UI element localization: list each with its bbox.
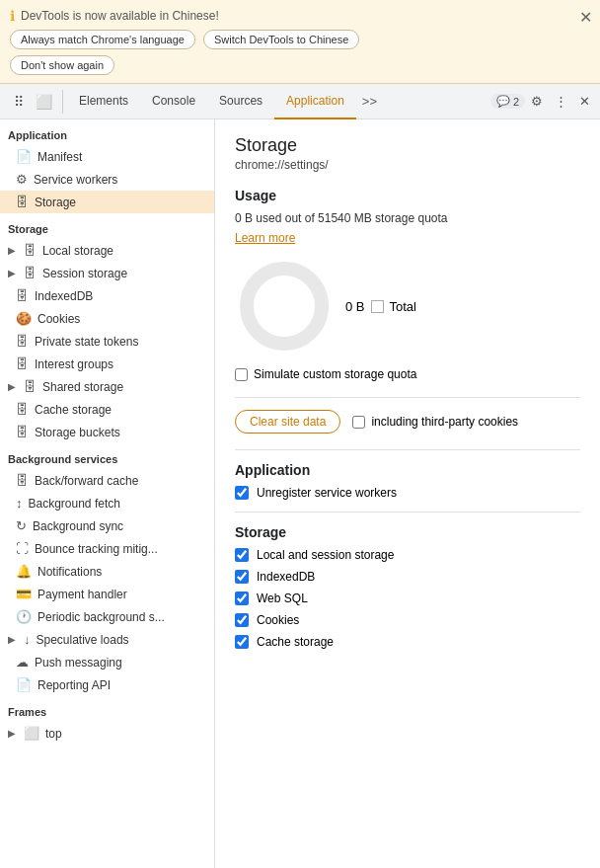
switch-language-button[interactable]: Switch DevTools to Chinese [203,30,359,49]
arrow-icon: ▶ [8,245,18,256]
badge-count: 2 [513,96,519,108]
checklist-item-label: Cache storage [257,635,334,649]
sidebar-item-indexeddb[interactable]: 🗄 IndexedDB [0,284,214,307]
frame-icon: ⬜ [24,726,39,741]
private-state-icon: 🗄 [16,334,29,349]
notification-buttons: Always match Chrome's language Switch De… [10,30,590,49]
tab-elements[interactable]: Elements [67,84,140,119]
storage-total-checkbox [371,300,384,313]
sidebar-item-reporting-api[interactable]: 📄 Reporting API [0,673,214,696]
match-language-button[interactable]: Always match Chrome's language [10,30,195,49]
sidebar-item-label: Service workers [34,173,117,187]
sidebar-item-interest-groups[interactable]: 🗄 Interest groups [0,353,214,375]
tab-sources[interactable]: Sources [207,84,274,119]
unregister-service-workers-checkbox[interactable] [235,486,249,500]
sidebar-item-push-messaging[interactable]: ☁ Push messaging [0,651,214,673]
tab-console[interactable]: Console [140,84,207,119]
divider-1 [235,397,580,398]
include-third-party-label: including third-party cookies [352,415,518,429]
shared-storage-icon: 🗄 [24,379,37,394]
checklist-item-label: Unregister service workers [257,486,397,500]
more-options-button[interactable]: ⋮ [549,90,573,113]
sidebar-item-label: Back/forward cache [35,474,138,488]
inspector-icon-button[interactable]: ⠿ [10,90,28,114]
cache-storage-checkbox[interactable] [235,635,249,649]
device-icon-button[interactable]: ⬜ [32,90,56,114]
sidebar-item-speculative-loads[interactable]: ▶ ↓ Speculative loads [0,628,214,651]
sidebar-item-label: Storage buckets [35,426,120,439]
sidebar-item-notifications[interactable]: 🔔 Notifications [0,560,214,583]
page-title: Storage [235,135,580,156]
storage-buckets-icon: 🗄 [16,425,29,439]
payment-handler-icon: 💳 [16,587,32,601]
sidebar-item-background-sync[interactable]: ↻ Background sync [0,514,214,537]
background-sync-icon: ↻ [16,518,27,533]
sidebar-item-session-storage[interactable]: ▶ 🗄 Session storage [0,262,214,284]
storage-checklist-item-1: IndexedDB [235,570,580,584]
speculative-loads-icon: ↓ [24,632,31,647]
simulate-checkbox[interactable] [235,368,248,381]
content-area: Storage chrome://settings/ Usage 0 B use… [215,119,600,868]
sidebar-item-top-frame[interactable]: ▶ ⬜ top [0,722,214,745]
tab-icon-group: ⠿ ⬜ [4,90,63,114]
sidebar-item-cookies[interactable]: 🍪 Cookies [0,307,214,330]
storage-total-info: 0 B Total [345,299,416,314]
sidebar-item-bounce-tracking[interactable]: ⛶ Bounce tracking mitig... [0,537,214,560]
cache-storage-icon: 🗄 [16,402,29,417]
cookies-checkbox[interactable] [235,613,249,627]
back-forward-icon: 🗄 [16,473,29,488]
periodic-bg-icon: 🕐 [16,609,32,624]
sidebar-item-local-storage[interactable]: ▶ 🗄 Local storage [0,239,214,262]
sidebar-item-background-fetch[interactable]: ↕ Background fetch [0,492,214,514]
local-storage-icon: 🗄 [24,243,37,258]
web-sql-checkbox[interactable] [235,592,249,605]
sidebar-item-private-state-tokens[interactable]: 🗄 Private state tokens [0,330,214,353]
usage-section-header: Usage [235,188,580,203]
app-checklist-item-0: Unregister service workers [235,486,580,500]
interest-groups-icon: 🗄 [16,356,29,371]
indexeddb-checkbox[interactable] [235,570,249,584]
learn-more-link[interactable]: Learn more [235,231,295,245]
sidebar-item-storage[interactable]: 🗄 Storage [0,191,214,213]
storage-section-header: Storage [235,524,580,540]
chart-area: 0 B Total [235,257,580,355]
sidebar-item-label: IndexedDB [35,289,93,303]
application-section-label: Application [0,119,214,145]
sidebar-item-label: Storage [35,196,76,209]
settings-button[interactable]: ⚙ [525,90,549,113]
sidebar-item-cache-storage[interactable]: 🗄 Cache storage [0,398,214,421]
overflow-tabs-button[interactable]: >> [356,90,383,113]
divider-3 [235,512,580,513]
donut-chart [235,257,334,355]
tab-bar: ⠿ ⬜ Elements Console Sources Application… [0,84,600,119]
notification-title: ℹ DevTools is now available in Chinese! [10,8,590,24]
third-party-checkbox[interactable] [352,416,365,429]
sidebar-item-label: Background fetch [29,497,120,511]
storage-value-row: 0 B Total [345,299,416,314]
sidebar-item-service-workers[interactable]: ⚙ Service workers [0,168,214,191]
sidebar: Application 📄 Manifest ⚙ Service workers… [0,119,215,868]
simulate-row: Simulate custom storage quota [235,367,580,381]
sidebar-item-storage-buckets[interactable]: 🗄 Storage buckets [0,421,214,443]
sidebar-item-label: Payment handler [38,588,127,601]
sidebar-item-shared-storage[interactable]: ▶ 🗄 Shared storage [0,375,214,398]
close-devtools-button[interactable]: ✕ [573,90,596,113]
donut-svg [235,257,334,355]
clear-site-data-button[interactable]: Clear site data [235,410,340,434]
sidebar-item-label: Speculative loads [37,633,129,647]
sidebar-item-periodic-background[interactable]: 🕐 Periodic background s... [0,605,214,628]
tab-application[interactable]: Application [274,84,356,119]
page-url: chrome://settings/ [235,158,580,172]
sidebar-item-label: Bounce tracking mitig... [35,542,158,556]
arrow-icon: ▶ [8,634,18,645]
sidebar-item-back-forward-cache[interactable]: 🗄 Back/forward cache [0,469,214,492]
storage-checklist-item-2: Web SQL [235,592,580,605]
sidebar-item-manifest[interactable]: 📄 Manifest [0,145,214,168]
console-badge[interactable]: 💬 2 [490,94,525,109]
local-session-storage-checkbox[interactable] [235,548,249,562]
sidebar-item-payment-handler[interactable]: 💳 Payment handler [0,583,214,605]
application-section-header: Application [235,462,580,478]
storage-icon: 🗄 [16,195,29,209]
close-notification-button[interactable]: ✕ [579,8,592,27]
dont-show-button[interactable]: Don't show again [10,55,114,75]
